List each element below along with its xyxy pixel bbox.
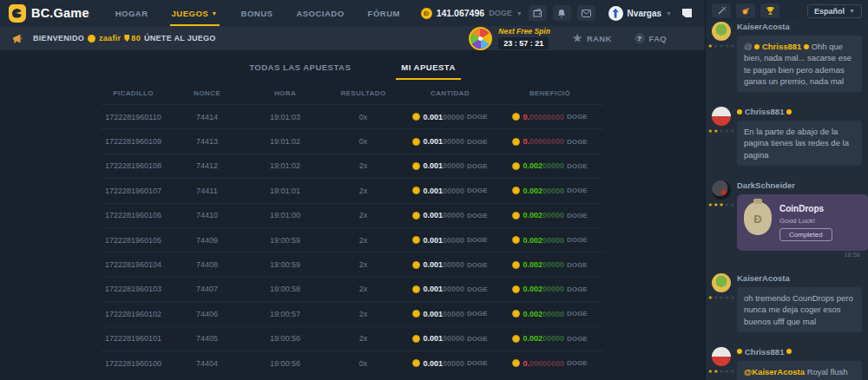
bet-nonce: 74411 xyxy=(166,187,248,195)
nav-item-asociado[interactable]: ASOCIADO xyxy=(296,0,344,26)
column-header: NONCE xyxy=(166,89,248,97)
chevron-down-icon: ▼ xyxy=(849,8,855,14)
star-icon: ★ xyxy=(708,128,713,134)
table-row[interactable]: 17222819601057440919:00:592x0.00100000DO… xyxy=(101,227,604,252)
chat-username-text: KaiserAcosta xyxy=(737,273,790,283)
bet-time: 19:01:00 xyxy=(248,211,322,219)
currency-label: DOGE xyxy=(467,310,488,318)
avatar[interactable] xyxy=(712,347,731,366)
bet-amount-value: 0.00100000 xyxy=(423,187,464,195)
emoji-icon xyxy=(88,35,95,43)
doge-coin-icon xyxy=(512,236,520,244)
doge-coin-icon xyxy=(512,162,520,170)
table-row[interactable]: 17222819601087441219:01:022x0.00100000DO… xyxy=(101,154,604,178)
table-row[interactable]: 17222819601037440719:00:582x0.00100000DO… xyxy=(101,277,604,301)
chat-toggle-button[interactable] xyxy=(678,5,696,21)
coindrop-completed-button[interactable]: Completed xyxy=(779,228,832,241)
table-row[interactable]: 17222819601077441119:01:012x0.00100000DO… xyxy=(101,178,604,202)
fireball-button[interactable] xyxy=(736,3,755,18)
currency-label: DOGE xyxy=(567,261,588,269)
table-row[interactable]: 17222819601097441319:01:020x0.00100000DO… xyxy=(101,128,604,153)
avatar[interactable] xyxy=(712,180,731,200)
money-bag-icon: Đ xyxy=(744,202,772,235)
brand-logo[interactable]: BC.Game xyxy=(9,4,89,23)
chat-username[interactable]: KaiserAcosta xyxy=(737,22,862,31)
chat-username[interactable]: Chriss881 xyxy=(737,107,862,116)
table-row[interactable]: 17222819601047440819:00:592x0.00100000DO… xyxy=(101,252,604,276)
rank-button[interactable]: ★ RANK xyxy=(573,33,612,43)
chat-username[interactable]: KaiserAcosta xyxy=(737,273,862,283)
bet-hash: 1722281960102 xyxy=(101,310,166,318)
currency-label: DOGE xyxy=(467,335,488,343)
star-icon: ★ xyxy=(725,43,729,49)
user-menu[interactable]: Nvargas ▼ xyxy=(608,6,672,21)
bet-amount: 0.00100000DOGE xyxy=(404,310,496,318)
language-selector[interactable]: Español ▼ xyxy=(807,4,862,18)
chat-message-meta: ★★★★★ xyxy=(711,22,732,97)
currency-label: DOGE xyxy=(467,187,488,194)
table-row[interactable]: 17222819601107441419:01:030x0.00100000DO… xyxy=(101,104,604,128)
mention-username[interactable]: @KaiserAcosta xyxy=(744,367,805,377)
doge-coin-icon xyxy=(512,359,520,367)
nav-item-hogar[interactable]: HOGAR xyxy=(115,0,148,26)
faq-button[interactable]: ? FAQ xyxy=(635,33,667,43)
bet-time: 19:01:02 xyxy=(248,137,322,146)
sparkler-button[interactable] xyxy=(712,3,731,18)
level-medal-icon xyxy=(124,35,129,42)
avatar[interactable] xyxy=(712,273,731,292)
currency-label: DOGE xyxy=(467,162,488,170)
bets-table-body: 17222819601107441419:01:030x0.00100000DO… xyxy=(101,104,604,375)
star-icon: ★ xyxy=(713,128,718,134)
bet-amount: 0.00100000DOGE xyxy=(404,211,496,219)
nav-item-fórum[interactable]: FÓRUM xyxy=(368,0,400,26)
table-row[interactable]: 17222819601017440519:00:562x0.00100000DO… xyxy=(101,326,604,351)
bet-result: 2x xyxy=(322,260,404,269)
free-spin-widget[interactable]: Next Free Spin 23 : 57 : 21 xyxy=(469,27,550,50)
bet-profit-value: 0.00200000 xyxy=(523,187,564,195)
welcome-username[interactable]: zaafir xyxy=(99,34,121,43)
chat-bubble: @ Chriss881 Ohh que bien, nada mal... sa… xyxy=(737,36,862,92)
bet-nonce: 74412 xyxy=(166,161,248,170)
notifications-button[interactable] xyxy=(553,5,571,21)
star-icon: ★ xyxy=(730,202,734,207)
mention-username[interactable]: Chriss881 xyxy=(760,42,804,51)
bet-profit: 0.00000000DOGE xyxy=(496,359,604,368)
avatar[interactable] xyxy=(712,107,731,126)
messages-button[interactable] xyxy=(577,5,595,21)
bet-hash: 1722281960110 xyxy=(101,113,166,121)
bet-amount-value: 0.00100000 xyxy=(423,260,464,269)
balance-selector[interactable]: Đ 141.067496 DOGE ▼ xyxy=(421,8,523,19)
avatar[interactable] xyxy=(712,22,731,41)
doge-coin-icon xyxy=(412,335,420,343)
bet-profit: 0.00200000DOGE xyxy=(496,285,604,293)
tab-mi-apuesta[interactable]: MI APUESTA xyxy=(401,62,456,80)
bet-profit-value: 0.00000000 xyxy=(523,137,564,146)
chat-username[interactable]: DarkSchneider xyxy=(737,180,862,190)
doge-coin-icon xyxy=(512,335,520,343)
trophy-button[interactable] xyxy=(760,3,779,18)
currency-label: DOGE xyxy=(467,236,488,244)
welcome-greeting: BIENVENIDO xyxy=(33,34,84,43)
bets-table: PICADILLONONCEHORARESULTADOCANTIDADBENEF… xyxy=(101,82,604,375)
coindrop-subtitle: Good Luck! xyxy=(779,217,832,225)
megaphone-icon xyxy=(12,33,24,44)
nav-item-bonus[interactable]: BONUS xyxy=(241,0,273,26)
bet-hash: 1722281960108 xyxy=(101,161,166,170)
table-row[interactable]: 17222819601027440619:00:572x0.00100000DO… xyxy=(101,301,604,325)
star-icon: ★ xyxy=(713,202,718,207)
coindrop-info: CoinDropsGood Luck!Completed xyxy=(779,202,832,241)
bet-time: 19:00:59 xyxy=(248,260,322,269)
tab-todas-las-apuestas[interactable]: TODAS LAS APUESTAS xyxy=(249,62,351,80)
user-star-rating: ★★★★★ xyxy=(708,369,735,374)
welcome-cta[interactable]: ÚNETE AL JUEGO xyxy=(144,34,216,43)
nav-item-juegos[interactable]: JUEGOS▼ xyxy=(172,0,218,26)
wallet-button[interactable] xyxy=(529,5,547,21)
coindrop-card[interactable]: ĐCoinDropsGood Luck!Completed xyxy=(737,194,868,251)
bet-profit-value: 0.00200000 xyxy=(523,334,564,343)
bet-amount: 0.00100000DOGE xyxy=(404,334,496,343)
bet-hash: 1722281960103 xyxy=(101,285,166,293)
table-row[interactable]: 17222819601067441019:01:002x0.00100000DO… xyxy=(101,203,604,227)
table-row[interactable]: 17222819601007440419:00:560x0.00100000DO… xyxy=(101,351,604,375)
chat-username[interactable]: Chriss881 xyxy=(737,347,862,357)
balance-currency: DOGE xyxy=(489,9,512,17)
